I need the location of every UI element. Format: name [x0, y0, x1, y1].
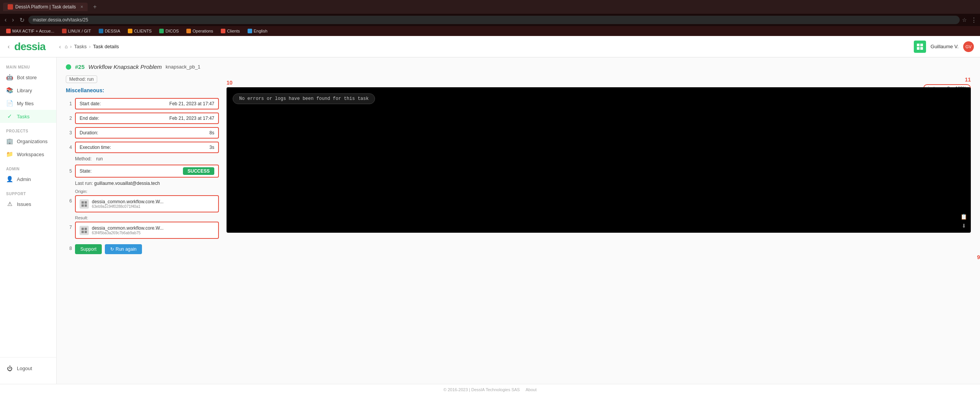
- task-body: Miscellaneous: 1 Start date: Feb 21, 202…: [66, 87, 971, 257]
- browser-toolbar: ‹ › ↻ ☆ ⋮: [0, 14, 980, 26]
- right-panel: 10 11 just now - 8s - 100% No errors or …: [227, 87, 971, 257]
- admin-icon: 👤: [6, 176, 13, 183]
- tasks-icon: ✓: [6, 113, 13, 120]
- breadcrumb-current: Task details: [93, 44, 119, 49]
- bookmark-label-clients2: Clients: [227, 29, 240, 33]
- action-row: Support ↻ Run again: [75, 244, 142, 254]
- task-status-dot: [66, 64, 71, 70]
- sidebar-item-bot-store[interactable]: 🤖 Bot store: [0, 71, 56, 84]
- svg-rect-9: [85, 228, 87, 230]
- bookmark-label-linux-git: LINUX / GIT: [68, 29, 91, 33]
- support-button[interactable]: Support: [75, 244, 102, 254]
- result-name: dessia_common.workflow.core.W...: [92, 225, 163, 231]
- new-tab-btn[interactable]: +: [91, 3, 99, 10]
- sidebar-label-my-files: My files: [17, 101, 34, 106]
- breadcrumb-tasks-link[interactable]: Tasks: [74, 44, 86, 49]
- method-badge: Method: run: [66, 75, 97, 83]
- last-run-label: Last run:: [75, 181, 93, 186]
- field-box-exec-time: Execution time: 3s: [75, 142, 219, 153]
- svg-rect-6: [82, 204, 84, 207]
- sidebar-label-admin: Admin: [17, 176, 31, 182]
- log-download-button[interactable]: ⬇: [960, 222, 968, 230]
- bookmark-dessia[interactable]: DESSIA: [96, 28, 123, 34]
- issues-icon: ⚠: [6, 201, 13, 207]
- start-date-label: Start date:: [80, 101, 101, 106]
- bookmark-operations[interactable]: Operations: [183, 28, 216, 34]
- footer: © 2016-2023 | DessIA Technologies SAS Ab…: [0, 384, 980, 395]
- sidebar-item-organizations[interactable]: 🏢 Organizations: [0, 135, 56, 148]
- dessia-brand-icon: [914, 41, 926, 53]
- sidebar-main-menu-label: Main menu: [0, 62, 56, 71]
- bookmark-label-dicos: DICOS: [165, 29, 179, 33]
- browser-menu[interactable]: ⋮: [971, 16, 977, 24]
- tab-close[interactable]: ×: [80, 4, 83, 10]
- result-icon: [80, 226, 89, 235]
- bookmark-linux-git[interactable]: LINUX / GIT: [59, 28, 94, 34]
- field-row-exec-time: 4 Execution time: 3s: [66, 142, 219, 153]
- log-copy-button[interactable]: 📋: [960, 213, 968, 220]
- sidebar-item-my-files[interactable]: 📄 My files: [0, 97, 56, 110]
- field-box-end-date: End date: Feb 21, 2023 at 17:47: [75, 113, 219, 124]
- bookmark-english[interactable]: English: [245, 28, 271, 34]
- row-number-7: 7: [66, 225, 72, 230]
- bookmark-label-english: English: [254, 29, 267, 33]
- sidebar-label-bot-store: Bot store: [17, 75, 37, 80]
- app-logo: dessia: [14, 41, 45, 53]
- breadcrumb: ‹ ⌂ › Tasks › Task details: [58, 42, 119, 51]
- result-text: dessia_common.workflow.core.W... 63f4f5b…: [92, 225, 163, 235]
- refresh-button[interactable]: ↻: [18, 16, 26, 24]
- method-value: run: [96, 156, 103, 162]
- result-hash: 63f4f5ba3a269c7b6ab9ab75: [92, 231, 163, 235]
- sidebar: Main menu 🤖 Bot store 📚 Library 📄 My fil…: [0, 57, 57, 384]
- bot-store-icon: 🤖: [6, 74, 13, 81]
- user-name: Guillaume V.: [931, 44, 959, 49]
- breadcrumb-home-icon[interactable]: ⌂: [65, 44, 68, 49]
- sidebar-item-tasks[interactable]: ✓ Tasks: [0, 110, 56, 123]
- bookmark-max-actif[interactable]: MAX ACTIF + Accue...: [3, 28, 57, 34]
- result-section: Result:: [75, 215, 219, 239]
- log-panel: No errors or logs have been found for th…: [227, 87, 971, 233]
- sidebar-label-issues: Issues: [17, 201, 31, 207]
- breadcrumb-back-btn[interactable]: ‹: [58, 42, 63, 51]
- address-bar[interactable]: [28, 16, 960, 24]
- user-avatar[interactable]: GV: [963, 41, 974, 52]
- bookmark-icon-clients: [128, 29, 132, 33]
- svg-rect-7: [85, 204, 87, 207]
- origin-box: dessia_common.workflow.core.W... 63eb9a1…: [75, 195, 219, 212]
- method-label: Method:: [75, 156, 91, 162]
- field-row-end-date: 2 End date: Feb 21, 2023 at 17:47: [66, 113, 219, 124]
- origin-hash: 63eb9a1c94f0288c071f40a1: [92, 204, 163, 209]
- sidebar-projects-label: Projects: [0, 126, 56, 135]
- sidebar-item-library[interactable]: 📚 Library: [0, 84, 56, 97]
- bookmark-icon-linux-git: [62, 29, 67, 33]
- about-link[interactable]: About: [526, 387, 537, 392]
- sidebar-item-workspaces[interactable]: 📁 Workspaces: [0, 148, 56, 161]
- header-back-btn[interactable]: ‹: [6, 42, 11, 52]
- field-row-origin: 6 Origin:: [66, 189, 219, 212]
- browser-tab[interactable]: DessIA Platform | Task details ×: [3, 3, 88, 11]
- bookmark-icon-dicos: [159, 29, 164, 33]
- row-number-5: 5: [66, 168, 72, 174]
- back-button[interactable]: ‹: [3, 16, 8, 24]
- bookmark-clients[interactable]: CLIENTS: [125, 28, 155, 34]
- misc-panel: Miscellaneous: 1 Start date: Feb 21, 202…: [66, 87, 219, 257]
- forward-button[interactable]: ›: [10, 16, 15, 24]
- bookmark-clients2[interactable]: Clients: [218, 28, 243, 34]
- sidebar-label-library: Library: [17, 88, 32, 93]
- duration-label: Duration:: [80, 130, 98, 135]
- sidebar-item-logout[interactable]: ⏻ Logout: [0, 362, 56, 375]
- sidebar-item-issues[interactable]: ⚠ Issues: [0, 198, 56, 211]
- task-tag: knapsack_pb_1: [166, 64, 201, 70]
- duration-value: 8s: [209, 130, 214, 135]
- sidebar-label-workspaces: Workspaces: [17, 152, 44, 157]
- misc-title: Miscellaneous:: [66, 87, 219, 93]
- bookmark-dicos[interactable]: DICOS: [156, 28, 182, 34]
- sidebar-item-admin[interactable]: 👤 Admin: [0, 173, 56, 186]
- exec-time-label: Execution time:: [80, 145, 111, 150]
- bookmark-label-dessia: DESSIA: [105, 29, 120, 33]
- browser-star[interactable]: ☆: [962, 17, 967, 23]
- field-row-duration: 3 Duration: 8s: [66, 127, 219, 139]
- method-row: Method: run: [75, 156, 219, 162]
- field-row-state: 5 State: SUCCESS: [66, 165, 219, 178]
- run-again-button[interactable]: ↻ Run again: [105, 244, 142, 254]
